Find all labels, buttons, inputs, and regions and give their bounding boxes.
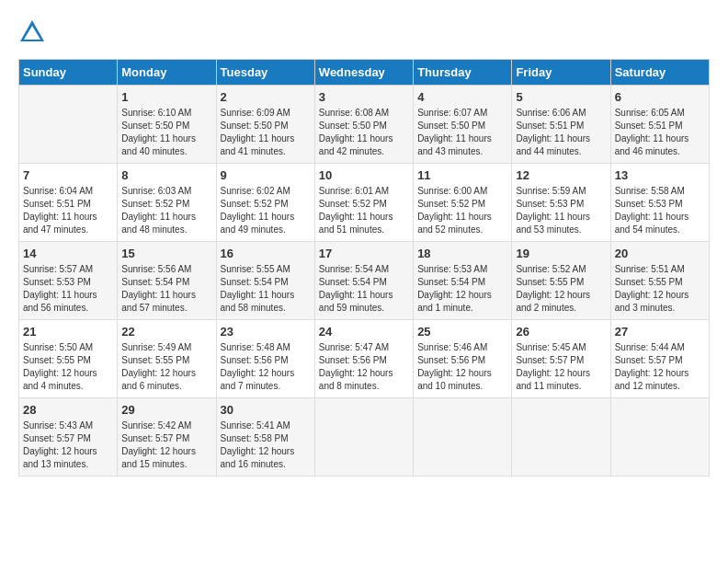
calendar-cell: 28Sunrise: 5:43 AM Sunset: 5:57 PM Dayli… bbox=[19, 398, 118, 477]
day-header-friday: Friday bbox=[512, 60, 610, 86]
calendar-cell: 3Sunrise: 6:08 AM Sunset: 5:50 PM Daylig… bbox=[314, 86, 413, 164]
day-header-monday: Monday bbox=[118, 60, 216, 86]
calendar-cell: 25Sunrise: 5:46 AM Sunset: 5:56 PM Dayli… bbox=[414, 320, 512, 398]
day-number: 18 bbox=[417, 247, 507, 260]
calendar-cell: 2Sunrise: 6:09 AM Sunset: 5:50 PM Daylig… bbox=[216, 86, 314, 164]
day-number: 11 bbox=[417, 168, 507, 182]
calendar-cell: 16Sunrise: 5:55 AM Sunset: 5:54 PM Dayli… bbox=[216, 242, 314, 320]
calendar-cell: 24Sunrise: 5:47 AM Sunset: 5:56 PM Dayli… bbox=[314, 320, 413, 398]
day-number: 12 bbox=[516, 168, 606, 182]
day-number: 2 bbox=[221, 90, 311, 104]
calendar-cell: 30Sunrise: 5:41 AM Sunset: 5:58 PM Dayli… bbox=[216, 398, 314, 477]
day-info: Sunrise: 5:42 AM Sunset: 5:57 PM Dayligh… bbox=[121, 419, 211, 471]
day-number: 13 bbox=[615, 168, 705, 182]
day-number: 23 bbox=[221, 325, 311, 339]
day-info: Sunrise: 5:58 AM Sunset: 5:53 PM Dayligh… bbox=[615, 185, 705, 236]
calendar-cell: 15Sunrise: 5:56 AM Sunset: 5:54 PM Dayli… bbox=[118, 242, 216, 320]
day-info: Sunrise: 6:00 AM Sunset: 5:52 PM Dayligh… bbox=[417, 185, 507, 236]
calendar-cell bbox=[414, 398, 512, 477]
day-info: Sunrise: 5:47 AM Sunset: 5:56 PM Dayligh… bbox=[319, 341, 409, 393]
calendar-header: SundayMondayTuesdayWednesdayThursdayFrid… bbox=[19, 60, 710, 86]
calendar-week-5: 28Sunrise: 5:43 AM Sunset: 5:57 PM Dayli… bbox=[19, 398, 710, 477]
calendar-week-4: 21Sunrise: 5:50 AM Sunset: 5:55 PM Dayli… bbox=[19, 320, 710, 398]
day-info: Sunrise: 5:50 AM Sunset: 5:55 PM Dayligh… bbox=[23, 341, 113, 393]
day-info: Sunrise: 5:52 AM Sunset: 5:55 PM Dayligh… bbox=[516, 263, 606, 315]
day-number: 28 bbox=[23, 403, 113, 417]
calendar-cell bbox=[610, 398, 709, 477]
day-info: Sunrise: 5:48 AM Sunset: 5:56 PM Dayligh… bbox=[221, 341, 311, 393]
calendar-cell: 21Sunrise: 5:50 AM Sunset: 5:55 PM Dayli… bbox=[19, 320, 118, 398]
day-number: 29 bbox=[121, 403, 211, 417]
day-info: Sunrise: 5:43 AM Sunset: 5:57 PM Dayligh… bbox=[23, 419, 113, 471]
day-header-wednesday: Wednesday bbox=[314, 60, 413, 86]
day-info: Sunrise: 5:41 AM Sunset: 5:58 PM Dayligh… bbox=[221, 419, 311, 471]
day-number: 9 bbox=[221, 168, 311, 182]
calendar-cell: 8Sunrise: 6:03 AM Sunset: 5:52 PM Daylig… bbox=[118, 164, 216, 242]
day-number: 4 bbox=[417, 90, 507, 104]
day-number: 30 bbox=[221, 403, 311, 417]
calendar-cell bbox=[314, 398, 413, 477]
calendar-table: SundayMondayTuesdayWednesdayThursdayFrid… bbox=[18, 59, 710, 477]
calendar-week-2: 7Sunrise: 6:04 AM Sunset: 5:51 PM Daylig… bbox=[19, 164, 710, 242]
day-number: 19 bbox=[516, 247, 606, 260]
day-info: Sunrise: 6:05 AM Sunset: 5:51 PM Dayligh… bbox=[615, 107, 705, 158]
day-number: 3 bbox=[319, 90, 409, 104]
day-number: 20 bbox=[615, 247, 705, 260]
day-header-tuesday: Tuesday bbox=[216, 60, 314, 86]
day-number: 17 bbox=[319, 247, 409, 260]
calendar-cell: 19Sunrise: 5:52 AM Sunset: 5:55 PM Dayli… bbox=[512, 242, 610, 320]
calendar-cell: 26Sunrise: 5:45 AM Sunset: 5:57 PM Dayli… bbox=[512, 320, 610, 398]
day-info: Sunrise: 5:54 AM Sunset: 5:54 PM Dayligh… bbox=[319, 263, 409, 315]
day-info: Sunrise: 6:07 AM Sunset: 5:50 PM Dayligh… bbox=[417, 107, 507, 158]
calendar-cell: 17Sunrise: 5:54 AM Sunset: 5:54 PM Dayli… bbox=[314, 242, 413, 320]
page-header bbox=[18, 18, 710, 50]
logo bbox=[18, 18, 46, 50]
day-number: 16 bbox=[221, 247, 311, 260]
day-info: Sunrise: 6:04 AM Sunset: 5:51 PM Dayligh… bbox=[23, 185, 113, 236]
day-number: 24 bbox=[319, 325, 409, 339]
calendar-cell: 11Sunrise: 6:00 AM Sunset: 5:52 PM Dayli… bbox=[414, 164, 512, 242]
day-info: Sunrise: 5:45 AM Sunset: 5:57 PM Dayligh… bbox=[516, 341, 606, 393]
calendar-cell: 5Sunrise: 6:06 AM Sunset: 5:51 PM Daylig… bbox=[512, 86, 610, 164]
calendar-cell: 12Sunrise: 5:59 AM Sunset: 5:53 PM Dayli… bbox=[512, 164, 610, 242]
day-info: Sunrise: 5:49 AM Sunset: 5:55 PM Dayligh… bbox=[121, 341, 211, 393]
day-number: 5 bbox=[516, 90, 606, 104]
calendar-cell: 13Sunrise: 5:58 AM Sunset: 5:53 PM Dayli… bbox=[610, 164, 709, 242]
calendar-cell: 22Sunrise: 5:49 AM Sunset: 5:55 PM Dayli… bbox=[118, 320, 216, 398]
day-info: Sunrise: 5:57 AM Sunset: 5:53 PM Dayligh… bbox=[23, 263, 113, 315]
day-info: Sunrise: 5:51 AM Sunset: 5:55 PM Dayligh… bbox=[615, 263, 705, 315]
calendar-cell: 14Sunrise: 5:57 AM Sunset: 5:53 PM Dayli… bbox=[19, 242, 118, 320]
day-info: Sunrise: 6:10 AM Sunset: 5:50 PM Dayligh… bbox=[121, 107, 211, 158]
day-number: 25 bbox=[417, 325, 507, 339]
day-info: Sunrise: 5:44 AM Sunset: 5:57 PM Dayligh… bbox=[615, 341, 705, 393]
day-number: 1 bbox=[121, 90, 211, 104]
day-info: Sunrise: 6:08 AM Sunset: 5:50 PM Dayligh… bbox=[319, 107, 409, 158]
day-info: Sunrise: 6:09 AM Sunset: 5:50 PM Dayligh… bbox=[221, 107, 311, 158]
day-number: 10 bbox=[319, 168, 409, 182]
calendar-cell: 10Sunrise: 6:01 AM Sunset: 5:52 PM Dayli… bbox=[314, 164, 413, 242]
day-header-thursday: Thursday bbox=[414, 60, 512, 86]
day-number: 21 bbox=[23, 325, 113, 339]
calendar-cell: 27Sunrise: 5:44 AM Sunset: 5:57 PM Dayli… bbox=[610, 320, 709, 398]
day-number: 15 bbox=[121, 247, 211, 260]
calendar-cell: 29Sunrise: 5:42 AM Sunset: 5:57 PM Dayli… bbox=[118, 398, 216, 477]
day-number: 27 bbox=[615, 325, 705, 339]
day-number: 8 bbox=[121, 168, 211, 182]
day-info: Sunrise: 5:56 AM Sunset: 5:54 PM Dayligh… bbox=[121, 263, 211, 315]
day-number: 7 bbox=[23, 168, 113, 182]
day-info: Sunrise: 6:03 AM Sunset: 5:52 PM Dayligh… bbox=[121, 185, 211, 236]
calendar-cell: 9Sunrise: 6:02 AM Sunset: 5:52 PM Daylig… bbox=[216, 164, 314, 242]
calendar-cell: 7Sunrise: 6:04 AM Sunset: 5:51 PM Daylig… bbox=[19, 164, 118, 242]
day-header-saturday: Saturday bbox=[610, 60, 709, 86]
day-header-sunday: Sunday bbox=[19, 60, 118, 86]
logo-icon bbox=[18, 18, 46, 46]
calendar-body: 1Sunrise: 6:10 AM Sunset: 5:50 PM Daylig… bbox=[19, 86, 710, 477]
calendar-week-3: 14Sunrise: 5:57 AM Sunset: 5:53 PM Dayli… bbox=[19, 242, 710, 320]
day-number: 26 bbox=[516, 325, 606, 339]
calendar-cell: 20Sunrise: 5:51 AM Sunset: 5:55 PM Dayli… bbox=[610, 242, 709, 320]
day-info: Sunrise: 6:01 AM Sunset: 5:52 PM Dayligh… bbox=[319, 185, 409, 236]
day-info: Sunrise: 5:46 AM Sunset: 5:56 PM Dayligh… bbox=[417, 341, 507, 393]
calendar-week-1: 1Sunrise: 6:10 AM Sunset: 5:50 PM Daylig… bbox=[19, 86, 710, 164]
day-info: Sunrise: 6:06 AM Sunset: 5:51 PM Dayligh… bbox=[516, 107, 606, 158]
day-number: 22 bbox=[121, 325, 211, 339]
